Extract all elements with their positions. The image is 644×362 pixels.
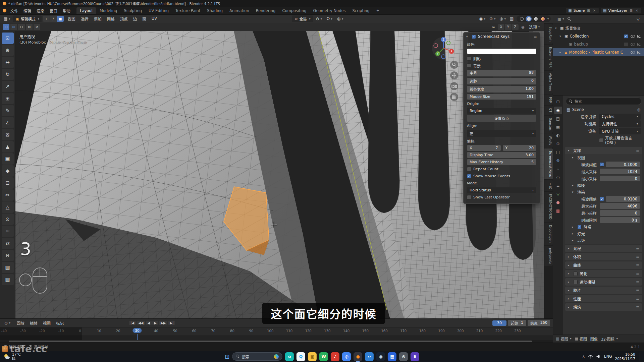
toggle-ortho-button[interactable] [450,93,458,101]
property-value-field[interactable]: 0.1000 [606,162,640,167]
panel-subsection-header[interactable]: ▸灯光 [565,230,642,237]
tool-annotate[interactable]: ✎ [2,105,14,116]
taskbar-app-edge[interactable]: e [285,352,294,361]
taskbar-app-chrome[interactable]: ◎ [342,352,351,361]
taskbar-app-vscode[interactable]: ‹› [365,352,374,361]
menubar-menu[interactable]: 文件 [8,7,21,14]
timeline-scrollbar-thumb[interactable] [9,341,532,342]
panel-subsection-header[interactable]: ▾渲染 [565,189,642,195]
menubar-menu[interactable]: 窗口 [47,7,60,14]
blender-menu-icon[interactable] [3,9,6,12]
disable-in-renders-toggle[interactable] [637,43,641,46]
menubar-menu[interactable]: 编辑 [21,7,34,14]
panel-section-header[interactable]: ▸简化≡ [565,270,642,277]
selectable-checkbox[interactable] [624,42,628,47]
timeline-menu[interactable]: 插帧 [27,320,40,326]
properties-tab-render[interactable]: ◉ [554,107,562,114]
workspace-tab[interactable]: Compositing [279,7,310,14]
workspace-tab[interactable]: + [373,7,383,14]
navigation-gizmo[interactable]: Z X Y [431,36,455,60]
playhead[interactable]: 30 [132,328,142,333]
taskbar-app-settings[interactable]: ⊙ [399,352,408,361]
hide-in-viewport-toggle[interactable] [631,43,635,46]
offset-y-field[interactable]: Y20 [503,145,537,151]
value-slider[interactable]: 线条宽度1.00 [467,86,536,93]
tool-smooth[interactable]: ≈ [2,226,14,237]
tool-spin[interactable]: ⊙ [2,214,14,225]
outliner-type-dropdown[interactable]: ▥▾ [556,16,566,22]
remove-viewlayer-button[interactable]: ✕ [635,9,639,12]
value-slider[interactable]: Max Event History5 [467,159,536,165]
panel-section-header[interactable]: ▸烘焙≡ [565,303,642,311]
sidebar-tab[interactable]: PSP [544,95,553,105]
mode-dropdown[interactable]: ▣ 编辑模式▾ [13,15,41,22]
property-value-field[interactable]: 0.0100 [606,196,640,202]
viewport-overlays-toggle[interactable]: ◎▾ [498,16,507,21]
panel-subsection-header[interactable]: ▸降噪 [565,182,642,189]
select-mode-intersect[interactable]: ⊘ [34,24,40,30]
edge-select-mode[interactable]: ∕ [50,16,57,22]
tool-knife[interactable]: ✂ [2,189,14,201]
start-button[interactable]: ⊞ [225,353,229,360]
tool-move[interactable]: ↔ [2,57,14,68]
value-slider[interactable]: Mouse Size151 [467,94,536,100]
menubar-menu[interactable]: 帮助 [60,7,73,14]
zoom-view-button[interactable] [450,61,458,69]
sidebar-tab[interactable]: Dropletgen [544,223,553,245]
input-language-indicator[interactable]: ENG [604,354,612,359]
property-value-field[interactable]: 0 s [600,217,640,223]
tool-loop-cut[interactable]: ⊟ [2,177,14,189]
editor-type-dropdown[interactable]: ▦▾ [2,16,12,21]
panel-subsection-header[interactable]: ▾视图 [565,154,642,161]
shading-wireframe[interactable] [519,16,525,21]
tool-bevel[interactable]: ◆ [2,165,14,177]
pin-icon[interactable]: ◎ [637,107,641,112]
option-dropdown[interactable]: Hold Status▾ [467,187,536,193]
properties-tab-viewlayer[interactable]: ▦ [554,123,562,131]
subsection-checkbox[interactable] [577,225,582,229]
timeline-menu[interactable]: 标记 [53,320,66,326]
sidebar-tab[interactable]: Sanctus [544,116,553,133]
new-scene-button[interactable]: ⊞ [586,9,590,12]
tool-poly-build[interactable]: △ [2,201,14,213]
value-slider[interactable]: 字号98 [467,70,536,76]
tool-extrude-region[interactable]: ▲ [2,141,14,153]
option-dropdown[interactable]: 左▾ [467,130,536,137]
shading-material-preview[interactable] [533,16,539,21]
unlink-scene-button[interactable]: ✕ [592,9,596,12]
value-slider[interactable]: Display Time3.00 [467,152,536,158]
current-frame-field[interactable]: 30 [492,320,506,326]
pivot-point-dropdown[interactable]: ⊙▾ [314,16,324,21]
hide-in-viewport-toggle[interactable] [631,35,635,38]
panel-section-header[interactable]: ▸性能≡ [565,295,642,302]
property-dropdown[interactable]: GPU 计算▾ [599,128,641,134]
property-value-field[interactable]: 4096 [600,203,640,209]
sidebar-tab[interactable]: polygoniq [544,246,553,266]
end-frame-field[interactable]: 结束250 [528,320,550,326]
viewport-menu[interactable]: 顶点 [117,15,130,22]
outliner-row[interactable]: ▸▲Monobloc - Plastic Garden C [553,48,644,56]
option-checkbox[interactable] [467,63,471,68]
object-type-visibility-dropdown[interactable]: ◉▾ [478,16,487,21]
sidebar-tab[interactable]: FACEMOTION3D [544,192,553,222]
property-value-field[interactable]: 1024 [600,169,640,174]
property-dropdown[interactable]: 支持特性▾ [599,120,641,127]
properties-tab-output[interactable]: ▤ [554,115,562,122]
panel-section-header[interactable]: ▸胶片≡ [565,287,642,294]
taskbar-app-file-explorer[interactable]: ▣ [308,352,317,361]
option-dropdown[interactable]: Region▾ [467,108,536,114]
panel-section-header[interactable]: ▸运动模糊≡ [565,278,642,286]
viewport-menu[interactable]: 添加 [91,15,104,22]
properties-tab-object[interactable]: □ [554,148,562,156]
section-checkbox[interactable] [573,272,578,276]
taskbar-app-epic[interactable]: E [411,352,419,361]
camera-view-button[interactable] [450,82,458,90]
select-mode-new[interactable]: ⊡ [3,24,9,30]
taskbar-search-input[interactable]: 搜索 [232,352,282,361]
timeline-ruler[interactable]: -40-30-20-100102030405060708090100110120… [0,327,553,336]
option-checkbox[interactable] [467,167,471,171]
viewport-menu[interactable]: 网格 [104,15,117,22]
workspace-tab[interactable]: Texture Paint [172,7,204,14]
hide-in-viewport-toggle[interactable] [631,51,635,54]
workspace-tab[interactable]: Scripting [349,7,373,14]
